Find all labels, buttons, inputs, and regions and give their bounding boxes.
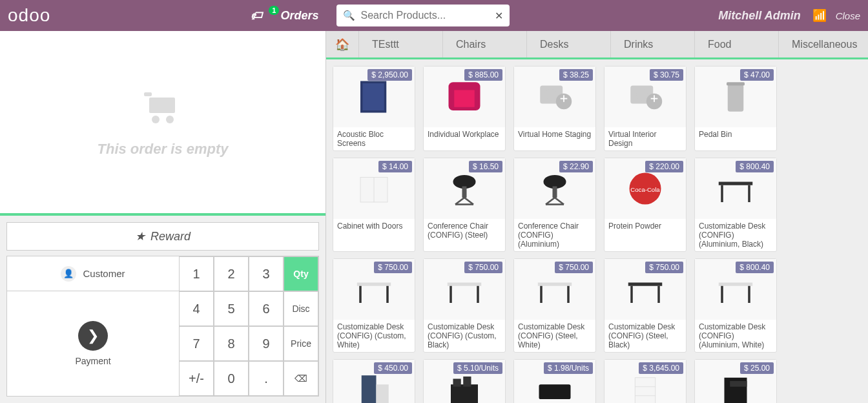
numpad: 1 2 3 Qty 4 5 6 Disc 7 8 9 Price +/- 0 .…: [179, 256, 318, 396]
product-card[interactable]: $ 750.00Customizable Desk (CONFIG) (Stee…: [604, 258, 687, 353]
svg-rect-40: [448, 283, 482, 286]
product-card[interactable]: $ 750.00Customizable Desk (CONFIG) (Stee…: [513, 258, 596, 353]
search-input[interactable]: [360, 10, 495, 21]
product-image: $ 450.00: [333, 360, 415, 403]
tab-testtt[interactable]: TEsttt: [359, 31, 443, 57]
tab-chairs[interactable]: Chairs: [443, 31, 527, 57]
product-card[interactable]: $ 885.00Individual Workplace: [423, 66, 506, 151]
tab-miscellaneous[interactable]: Miscellaneous: [779, 31, 868, 57]
product-card[interactable]: $ 750.00Customizable Desk (CONFIG) (Cust…: [333, 258, 415, 353]
clear-icon[interactable]: ✕: [495, 10, 503, 22]
close-button[interactable]: Close: [836, 10, 860, 21]
numpad-8[interactable]: 8: [214, 326, 249, 361]
numpad-4[interactable]: 4: [179, 291, 214, 326]
search-box[interactable]: 🔍 ✕: [336, 5, 510, 26]
product-card[interactable]: Coca-Cola$ 220.00Protein Powder: [604, 158, 687, 252]
product-card[interactable]: $ 750.00Customizable Desk (CONFIG) (Cust…: [423, 258, 506, 353]
price-tag: $ 885.00: [464, 69, 502, 81]
numpad-0[interactable]: 0: [214, 361, 249, 396]
product-card[interactable]: $ 800.40Customizable Desk (CONFIG) (Alum…: [694, 158, 777, 252]
product-name: Customizable Desk (CONFIG) (Steel, Black…: [604, 320, 686, 352]
empty-order: This order is empty: [0, 31, 326, 213]
user-name[interactable]: Mitchell Admin: [718, 9, 800, 23]
qty-button[interactable]: Qty: [284, 256, 318, 291]
search-icon: 🔍: [343, 10, 355, 21]
price-tag: $ 800.40: [736, 262, 774, 273]
product-name: Conference Chair (CONFIG) (Aluminium): [514, 219, 595, 251]
product-name: Conference Chair (CONFIG) (Steel): [424, 219, 505, 249]
svg-rect-44: [540, 286, 542, 303]
numpad-6[interactable]: 6: [249, 291, 284, 326]
svg-rect-34: [719, 182, 753, 185]
product-name: Customizable Desk (CONFIG) (Steel, White…: [514, 320, 595, 352]
product-name: Protein Powder: [604, 219, 686, 233]
price-tag: $ 2,950.00: [367, 69, 412, 81]
tab-food[interactable]: Food: [695, 31, 779, 57]
price-tag: $ 30.75: [650, 69, 683, 81]
product-card[interactable]: $ 5.10/Units: [423, 359, 506, 403]
product-name: Individual Workplace: [424, 127, 505, 141]
svg-rect-7: [454, 90, 475, 107]
product-card[interactable]: $ 450.00: [333, 359, 415, 403]
top-bar: odoo 🏷1 Orders 🔍 ✕ Mitchell Admin 📶 Clos…: [0, 0, 868, 31]
numpad-5[interactable]: 5: [214, 291, 249, 326]
product-card[interactable]: $ 800.40Customizable Desk (CONFIG) (Alum…: [694, 258, 777, 353]
customer-button[interactable]: 👤 Customer: [7, 256, 179, 291]
price-tag: $ 16.50: [469, 161, 502, 172]
reward-button[interactable]: ★ Reward: [6, 222, 319, 251]
svg-rect-48: [657, 286, 660, 303]
svg-line-30: [546, 198, 555, 205]
product-card[interactable]: $ 16.50Conference Chair (CONFIG) (Steel): [423, 158, 506, 252]
numpad-2[interactable]: 2: [214, 256, 249, 291]
product-image: $ 2,950.00: [333, 67, 415, 127]
price-tag: $ 220.00: [645, 161, 683, 172]
backspace-button[interactable]: ⌫: [284, 361, 318, 396]
price-tag: $ 750.00: [645, 262, 683, 273]
numpad-7[interactable]: 7: [179, 326, 214, 361]
svg-rect-12: [563, 95, 564, 102]
product-card[interactable]: $ 22.90Conference Chair (CONFIG) (Alumin…: [513, 158, 596, 252]
disc-button[interactable]: Disc: [284, 291, 318, 326]
numpad-1[interactable]: 1: [179, 256, 214, 291]
product-card[interactable]: $ 14.00Cabinet with Doors: [333, 158, 415, 252]
product-card[interactable]: $ 38.25Virtual Home Staging: [513, 66, 596, 151]
svg-rect-36: [748, 185, 750, 202]
product-name: Virtual Interior Design: [604, 127, 686, 150]
empty-order-text: This order is empty: [98, 141, 229, 158]
product-image: $ 16.50: [424, 158, 505, 219]
payment-button[interactable]: ❯ Payment: [7, 291, 179, 396]
product-name: Pedal Bin: [695, 127, 776, 141]
svg-line-25: [455, 198, 464, 205]
home-icon: 🏠: [335, 37, 349, 52]
product-image: $ 800.40: [695, 259, 776, 320]
numpad-dot[interactable]: .: [249, 361, 284, 396]
svg-rect-37: [357, 283, 391, 286]
product-card[interactable]: $ 2,950.00Acoustic Bloc Screens: [333, 66, 415, 151]
product-card[interactable]: $ 30.75Virtual Interior Design: [604, 66, 687, 151]
svg-rect-18: [728, 85, 744, 112]
tab-home[interactable]: 🏠: [326, 31, 359, 57]
product-card[interactable]: $ 47.00Pedal Bin: [694, 66, 777, 151]
svg-rect-57: [539, 384, 571, 399]
product-name: Cabinet with Doors: [333, 219, 415, 233]
price-tag: $ 14.00: [378, 161, 412, 172]
orders-button[interactable]: 🏷1 Orders: [251, 9, 318, 23]
numpad-plusminus[interactable]: +/-: [179, 361, 214, 396]
svg-rect-41: [450, 286, 452, 303]
product-image: $ 38.25: [514, 67, 595, 127]
product-card[interactable]: $ 25.00: [694, 359, 777, 403]
numpad-3[interactable]: 3: [249, 256, 284, 291]
tab-drinks[interactable]: Drinks: [611, 31, 695, 57]
numpad-9[interactable]: 9: [249, 326, 284, 361]
product-card[interactable]: $ 3,645.00: [604, 359, 687, 403]
svg-rect-47: [630, 286, 633, 303]
product-card[interactable]: $ 1.98/Units: [513, 359, 596, 403]
product-image: $ 5.10/Units: [424, 360, 505, 403]
orders-count-badge: 1: [269, 6, 279, 15]
price-button[interactable]: Price: [284, 326, 318, 361]
svg-rect-0: [149, 98, 175, 113]
tab-desks[interactable]: Desks: [527, 31, 611, 57]
svg-rect-58: [635, 378, 656, 403]
category-tabs: 🏠 TEstttChairsDesksDrinksFoodMiscellaneo…: [326, 31, 868, 59]
price-tag: $ 450.00: [374, 362, 412, 374]
